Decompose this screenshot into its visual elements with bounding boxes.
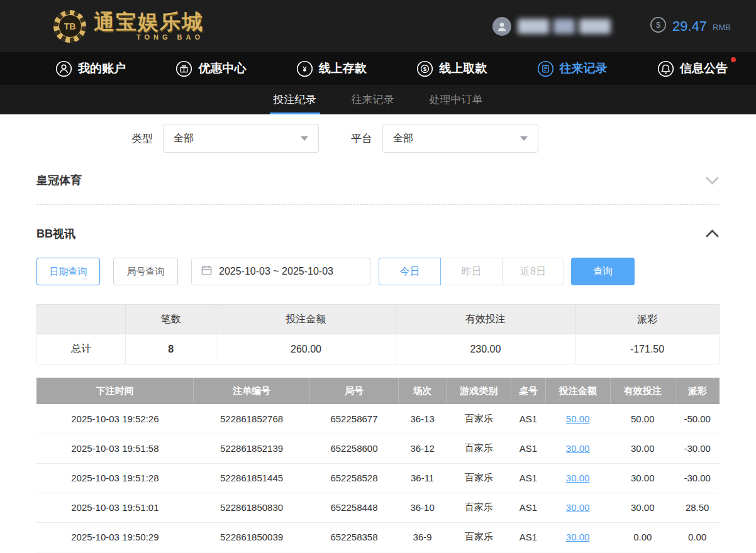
- bet-table-body: 2025-10-03 19:52:26522861852768652258677…: [36, 404, 720, 552]
- section-title: 皇冠体育: [36, 173, 82, 188]
- cell-round-id: 652258448: [309, 493, 398, 522]
- table-row: 2025-10-03 19:50:29522861850039652258358…: [36, 522, 720, 552]
- logo-text: 通宝娱乐城 TONG BAO: [94, 11, 204, 41]
- tab-processing-orders[interactable]: 处理中订单: [426, 85, 487, 114]
- cell-session: 36-13: [399, 404, 447, 434]
- summary-total-row: 总计 8 260.00 230.00 -171.50: [37, 334, 720, 364]
- platform-select[interactable]: 全部: [382, 124, 538, 153]
- cell-payout: -30.00: [675, 463, 720, 493]
- cell-session: 36-10: [399, 493, 447, 522]
- bet-amount-link[interactable]: 30.00: [566, 473, 590, 483]
- column-header: 桌号: [511, 378, 545, 404]
- cell-bet-time: 2025-10-03 19:51:28: [36, 463, 194, 493]
- gift-icon: [175, 60, 192, 77]
- section-bb-video[interactable]: BB视讯: [36, 226, 720, 241]
- cell-session: 36-9: [399, 522, 447, 552]
- bet-amount-link[interactable]: 30.00: [566, 532, 590, 542]
- content: 类型 全部 平台 全部 皇冠体育 BB视讯 日期查询 局号查询 2025: [0, 114, 756, 552]
- chevron-up-icon[interactable]: [705, 229, 720, 238]
- date-range-value: 2025-10-03 ~ 2025-10-03: [219, 266, 333, 277]
- bet-amount-link[interactable]: 50.00: [566, 413, 590, 424]
- cell-table-no: AS1: [511, 463, 545, 493]
- bet-table-header-row: 下注时间注单编号局号场次游戏类别桌号投注金额有效投注派彩: [36, 378, 720, 404]
- withdraw-coin-icon: $: [416, 60, 433, 77]
- section-crown-sports[interactable]: 皇冠体育: [36, 173, 720, 188]
- nav-item-promotions[interactable]: 优惠中心: [175, 60, 246, 77]
- nav-item-label: 往来记录: [560, 60, 608, 77]
- summary-header-empty: [37, 305, 126, 334]
- nav-item-label: 优惠中心: [198, 60, 246, 77]
- today-button[interactable]: 今日: [379, 258, 441, 285]
- type-select-value: 全部: [174, 132, 194, 145]
- type-filter-label: 类型: [131, 131, 153, 146]
- filter-row: 类型 全部 平台 全部: [131, 124, 720, 153]
- cell-table-no: AS1: [511, 404, 545, 434]
- cell-payout: -30.00: [675, 434, 720, 463]
- bet-amount-link[interactable]: 30.00: [566, 443, 590, 454]
- svg-text:$: $: [656, 21, 660, 30]
- column-header: 游戏类别: [447, 378, 511, 404]
- top-header: TB 通宝娱乐城 TONG BAO $ 29.47 RMB: [0, 0, 756, 52]
- bet-amount-link[interactable]: 30.00: [566, 502, 590, 513]
- main-nav: 我的账户 优惠中心 线上存款 $ 线上取款 往来记录 信息公告: [0, 52, 756, 85]
- last-8-days-button[interactable]: 近8日: [502, 258, 564, 285]
- column-header: 下注时间: [36, 378, 194, 404]
- chevron-down-icon[interactable]: [705, 176, 720, 185]
- tab-transaction-records[interactable]: 往来记录: [348, 85, 398, 114]
- tab-betting-records[interactable]: 投注纪录: [270, 85, 320, 114]
- cell-game-type: 百家乐: [447, 404, 511, 434]
- chevron-down-icon: [520, 136, 528, 141]
- cell-bet-id: 522861852139: [194, 434, 310, 463]
- quick-range-group: 今日 昨日 近8日: [379, 258, 564, 285]
- nav-item-withdraw[interactable]: $ 线上取款: [416, 60, 487, 77]
- cell-valid-bet: 30.00: [610, 493, 675, 522]
- balance-amount: 29.47: [672, 18, 707, 35]
- type-select[interactable]: 全部: [163, 124, 319, 153]
- cell-table-no: AS1: [511, 434, 545, 463]
- cell-bet-time: 2025-10-03 19:51:01: [36, 493, 194, 522]
- balance[interactable]: $ 29.47 RMB: [650, 16, 731, 36]
- cell-bet-amount: 30.00: [545, 463, 610, 493]
- nav-item-my-account[interactable]: 我的账户: [55, 60, 126, 77]
- column-header: 笔数: [126, 305, 216, 334]
- nav-item-announcements[interactable]: 信息公告: [657, 60, 728, 77]
- cell-game-type: 百家乐: [447, 434, 511, 463]
- date-range-input[interactable]: 2025-10-03 ~ 2025-10-03: [191, 258, 370, 285]
- platform-select-value: 全部: [393, 132, 413, 145]
- round-query-button[interactable]: 局号查询: [113, 258, 178, 285]
- search-button[interactable]: 查询: [571, 258, 635, 285]
- nav-item-label: 我的账户: [78, 60, 126, 77]
- summary-valid-bet: 230.00: [396, 334, 575, 364]
- cell-bet-id: 522861850039: [194, 522, 310, 552]
- cell-bet-time: 2025-10-03 19:52:26: [36, 404, 194, 434]
- nav-item-transaction-records[interactable]: 往来记录: [537, 60, 608, 77]
- yesterday-button[interactable]: 昨日: [440, 258, 503, 285]
- user-area: $ 29.47 RMB: [492, 16, 731, 36]
- site-logo[interactable]: TB 通宝娱乐城 TONG BAO: [53, 10, 204, 43]
- cell-bet-amount: 30.00: [545, 434, 610, 463]
- cell-game-type: 百家乐: [447, 463, 511, 493]
- user-avatar-icon[interactable]: [492, 17, 511, 36]
- summary-header-row: 笔数 投注金额 有效投注 派彩: [37, 305, 720, 334]
- nav-item-label: 线上存款: [319, 60, 367, 77]
- summary-payout: -171.50: [575, 334, 720, 364]
- cell-bet-amount: 30.00: [545, 493, 610, 522]
- user-icon: [55, 60, 72, 77]
- dollar-icon: $: [650, 16, 667, 36]
- bell-icon: [657, 60, 674, 77]
- nav-item-label: 信息公告: [680, 60, 728, 77]
- cell-payout: 0.00: [675, 522, 720, 552]
- cell-payout: -50.00: [675, 404, 720, 434]
- username-blurred[interactable]: [518, 19, 611, 34]
- deposit-coin-icon: [296, 60, 313, 77]
- nav-item-deposit[interactable]: 线上存款: [296, 60, 367, 77]
- cell-valid-bet: 30.00: [610, 463, 675, 493]
- logo-subtitle: TONG BAO: [94, 33, 204, 41]
- summary-count: 8: [126, 334, 216, 364]
- table-row: 2025-10-03 19:52:26522861852768652258677…: [36, 404, 720, 434]
- column-header: 派彩: [675, 378, 720, 404]
- cell-valid-bet: 50.00: [610, 404, 675, 434]
- date-query-button[interactable]: 日期查询: [36, 258, 100, 285]
- cell-valid-bet: 30.00: [610, 434, 675, 463]
- cell-round-id: 652258528: [309, 463, 398, 493]
